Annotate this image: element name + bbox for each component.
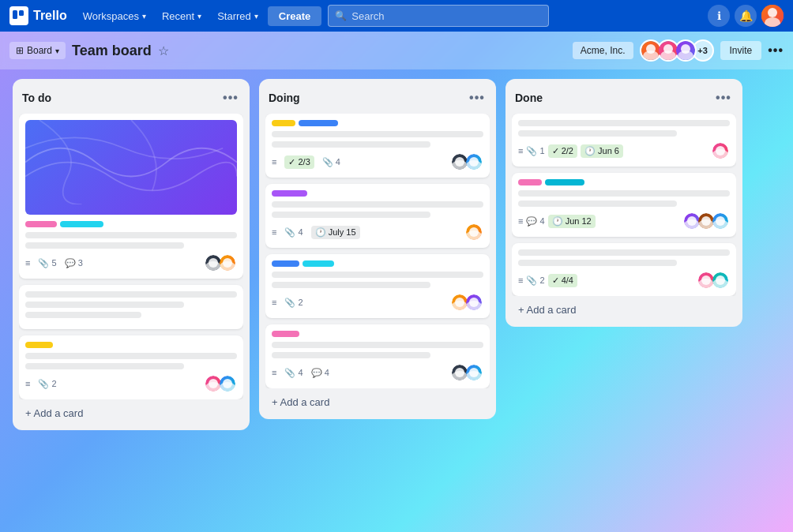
- card-line: [272, 352, 430, 358]
- workspace-badge[interactable]: Acme, Inc.: [573, 42, 633, 59]
- list-todo-menu-button[interactable]: •••: [221, 88, 240, 107]
- card-meta: ≡ ✓ 2/3 📎 4: [272, 155, 340, 169]
- card-line: [518, 130, 677, 137]
- member-avatar-3[interactable]: [675, 39, 697, 62]
- list-doing-header: Doing •••: [265, 85, 490, 114]
- card-member-2: [464, 293, 483, 312]
- card-todo-1[interactable]: ≡ 📎 5 💬 3: [19, 114, 243, 279]
- app-logo[interactable]: Trello: [9, 6, 67, 25]
- card-members: [450, 293, 483, 312]
- star-button[interactable]: ☆: [158, 43, 169, 58]
- list-done: Done ••• ≡ 📎 1 ✓ 2/2 🕐 Jun 6: [505, 79, 742, 327]
- lines-icon: ≡: [272, 157, 276, 167]
- workspaces-button[interactable]: Workspaces ▾: [77, 7, 152, 25]
- create-button[interactable]: Create: [268, 6, 321, 26]
- card-line: [25, 312, 141, 318]
- card-line: [518, 120, 730, 126]
- date-badge: 🕐 Jun 12: [548, 215, 596, 228]
- workspaces-label: Workspaces: [83, 10, 139, 22]
- card-line: [25, 291, 237, 298]
- card-text: [518, 190, 730, 207]
- board-header-right: Acme, Inc. +3 Invite •••: [573, 39, 784, 62]
- card-doing-4[interactable]: ≡ 📎 4 💬 4: [265, 324, 490, 388]
- label-cyan: [60, 221, 103, 227]
- board-header: ⊞ Board ▾ Team board ☆ Acme, Inc. +: [0, 32, 793, 69]
- more-options-button[interactable]: •••: [768, 43, 784, 58]
- list-todo: To do •••: [13, 79, 250, 430]
- card-meta: ≡ 📎 5 💬 3: [25, 258, 83, 268]
- info-button[interactable]: ℹ: [708, 5, 730, 27]
- label-pink: [272, 331, 299, 337]
- card-doing-1[interactable]: ≡ ✓ 2/3 📎 4: [265, 114, 490, 178]
- card-member-2: [464, 363, 483, 382]
- attach-count: 📎 4: [284, 227, 303, 238]
- notifications-button[interactable]: 🔔: [735, 5, 757, 27]
- member-count-badge[interactable]: +3: [692, 39, 714, 62]
- card-footer: ≡ 📎 5 💬 3: [25, 253, 237, 272]
- card-doing-2[interactable]: ≡ 📎 4 🕐 July 15: [265, 184, 490, 248]
- ellipsis-icon: •••: [469, 91, 485, 105]
- list-doing-menu-button[interactable]: •••: [468, 88, 487, 107]
- card-members: [682, 212, 730, 230]
- add-card-button-todo[interactable]: + Add a card: [19, 403, 243, 424]
- card-members: [450, 152, 483, 171]
- board-icon: ⊞: [16, 45, 24, 56]
- recent-label: Recent: [162, 10, 194, 22]
- card-text: [25, 232, 237, 249]
- card-line: [25, 302, 184, 308]
- card-member-1: [711, 141, 730, 160]
- board-view-button[interactable]: ⊞ Board ▾: [9, 42, 66, 59]
- card-meta: ≡ 📎 1 ✓ 2/2 🕐 Jun 6: [518, 144, 623, 158]
- card-text: [272, 342, 483, 358]
- list-done-title: Done: [515, 92, 543, 104]
- card-line: [272, 212, 430, 218]
- add-card-button-done[interactable]: + Add a card: [512, 299, 736, 320]
- card-todo-3[interactable]: ≡ 📎 2: [19, 335, 243, 399]
- starred-label: Starred: [217, 10, 251, 22]
- card-members: [450, 363, 483, 382]
- card-footer: ≡ 📎 1 ✓ 2/2 🕐 Jun 6: [518, 141, 730, 160]
- card-labels: [272, 190, 483, 197]
- card-meta: ≡ 💬 4 🕐 Jun 12: [518, 215, 596, 228]
- card-line: [272, 201, 483, 208]
- lines-icon: ≡: [272, 227, 276, 237]
- top-nav: Trello Workspaces ▾ Recent ▾ Starred ▾ C…: [0, 0, 793, 32]
- starred-button[interactable]: Starred ▾: [211, 7, 265, 25]
- add-card-button-doing[interactable]: + Add a card: [265, 392, 490, 413]
- card-doing-3[interactable]: ≡ 📎 2: [265, 254, 490, 318]
- recent-button[interactable]: Recent ▾: [156, 7, 208, 25]
- card-member-3: [711, 212, 730, 230]
- invite-button[interactable]: Invite: [720, 41, 762, 60]
- comment-count: 💬 3: [65, 258, 83, 268]
- label-teal: [545, 179, 584, 185]
- label-yellow: [25, 342, 53, 348]
- checklist-badge: ✓ 2/3: [284, 155, 314, 169]
- svg-rect-0: [13, 10, 17, 19]
- ellipsis-icon: •••: [223, 91, 239, 105]
- card-done-2[interactable]: ≡ 💬 4 🕐 Jun 12: [512, 173, 736, 237]
- comment-count: 💬 4: [311, 368, 329, 378]
- search-input[interactable]: [351, 10, 542, 22]
- list-done-header: Done •••: [512, 85, 736, 114]
- card-done-1[interactable]: ≡ 📎 1 ✓ 2/2 🕐 Jun 6: [512, 114, 736, 167]
- card-todo-2[interactable]: [19, 285, 243, 329]
- card-text: [518, 120, 730, 137]
- card-line: [272, 342, 483, 348]
- user-avatar[interactable]: [761, 5, 784, 27]
- lines-icon: ≡: [518, 275, 523, 285]
- attach-count: 📎 4: [284, 368, 303, 378]
- card-done-3[interactable]: ≡ 📎 2 ✓ 4/4: [512, 243, 736, 296]
- ellipsis-icon: •••: [716, 91, 731, 105]
- card-line: [25, 242, 184, 249]
- lines-icon: ≡: [272, 298, 276, 307]
- card-meta: ≡ 📎 2: [272, 298, 303, 308]
- list-done-menu-button[interactable]: •••: [714, 88, 733, 107]
- card-line: [272, 141, 430, 148]
- label-pink: [518, 179, 542, 185]
- card-meta: ≡ 📎 4 💬 4: [272, 368, 329, 378]
- card-labels: [272, 120, 483, 126]
- search-box[interactable]: 🔍: [328, 5, 549, 27]
- card-meta: ≡ 📎 2: [25, 379, 57, 389]
- lines-icon: ≡: [518, 146, 523, 155]
- card-text: [272, 272, 483, 288]
